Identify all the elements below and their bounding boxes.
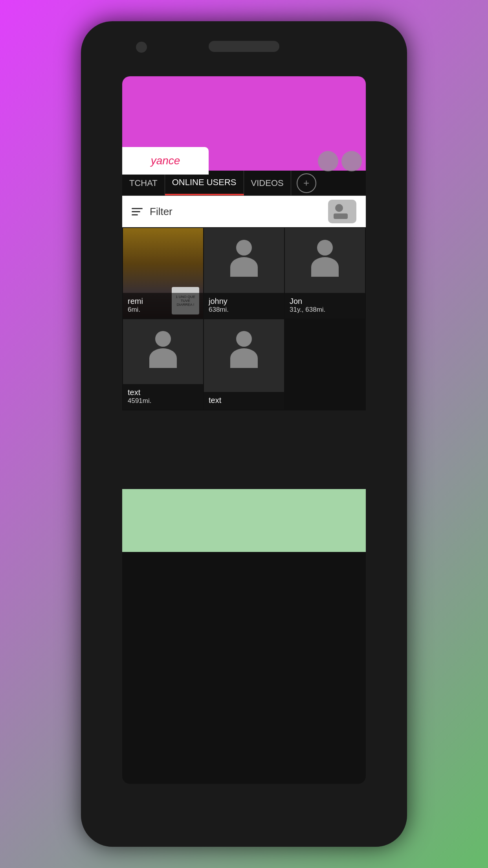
user-card-jon[interactable]: Jon 31y., 638mi. — [285, 228, 365, 318]
users-grid: 1 UNO QUE TUVE DIARREA ! remi 6mi. johny… — [122, 227, 366, 410]
user-info-jon: Jon 31y., 638mi. — [285, 293, 365, 318]
user-info-text2: text — [204, 392, 284, 410]
phone-speaker — [209, 41, 279, 52]
phone-screen: yance TCHAT ONLINE USERS VIDEOS + — [122, 76, 366, 784]
top-purple-area: yance — [122, 76, 366, 171]
user-distance-johny: 638mi. — [209, 306, 279, 314]
phone-frame: yance TCHAT ONLINE USERS VIDEOS + — [81, 21, 407, 847]
tab-videos[interactable]: VIDEOS — [244, 171, 291, 195]
user-info-johny: johny 638mi. — [204, 293, 284, 318]
tab-add-button[interactable]: + — [297, 173, 316, 193]
avatar-jon — [309, 240, 341, 271]
bottom-bar — [122, 489, 366, 552]
phone-camera — [136, 42, 147, 53]
user-distance-remi: 6mi. — [128, 306, 198, 314]
card-view-button[interactable] — [328, 200, 356, 223]
user-distance-text1: 4591mi. — [128, 397, 198, 405]
user-card-text2[interactable]: text — [204, 319, 284, 410]
filter-bar: Filter — [122, 196, 366, 227]
avatar-text1 — [147, 331, 179, 362]
user-name-text2: text — [209, 396, 279, 405]
card-view-icon — [334, 204, 351, 219]
filter-icon[interactable] — [132, 208, 143, 215]
top-icons-area — [314, 147, 366, 175]
profile-icon[interactable] — [318, 151, 338, 171]
user-name-jon: Jon — [290, 297, 360, 306]
filter-label: Filter — [150, 206, 172, 218]
empty-content-area — [122, 410, 366, 489]
user-card-remi[interactable]: 1 UNO QUE TUVE DIARREA ! remi 6mi. — [123, 228, 203, 318]
app-logo: yance — [151, 154, 180, 167]
user-card-johny[interactable]: johny 638mi. — [204, 228, 284, 318]
user-card-text1[interactable]: text 4591mi. — [123, 319, 203, 410]
avatar-johny — [228, 240, 260, 271]
user-info-remi: remi 6mi. — [123, 293, 203, 318]
user-distance-jon: 31y., 638mi. — [290, 306, 360, 314]
user-name-text1: text — [128, 388, 198, 397]
logo-area: yance — [122, 147, 209, 175]
user-info-text1: text 4591mi. — [123, 384, 203, 410]
filter-left: Filter — [132, 206, 172, 218]
avatar-text2 — [228, 331, 260, 362]
settings-icon[interactable] — [341, 151, 362, 171]
user-name-johny: johny — [209, 297, 279, 306]
user-name-remi: remi — [128, 297, 198, 306]
